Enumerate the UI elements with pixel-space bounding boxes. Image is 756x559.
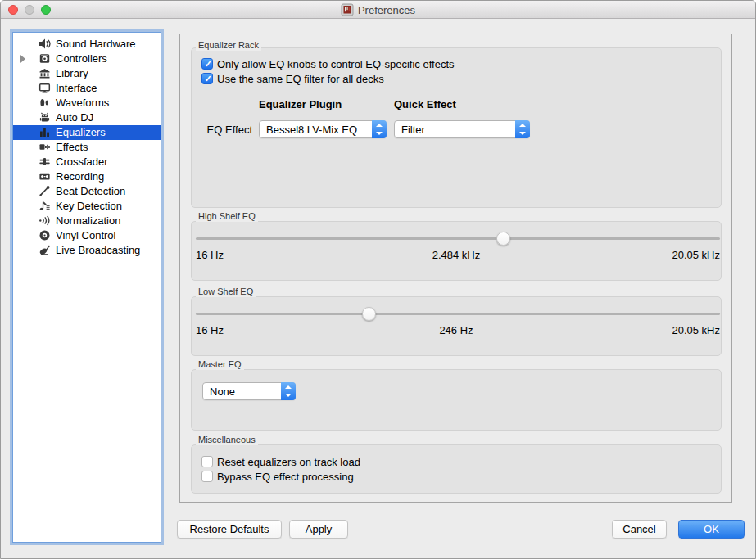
- sidebar-item-label: Controllers: [56, 52, 107, 65]
- group-title-miscellaneous: Miscellaneous: [196, 435, 258, 445]
- vinyl-icon: [38, 229, 51, 242]
- apply-button[interactable]: Apply: [289, 520, 348, 539]
- music-key-icon: [38, 200, 51, 213]
- sidebar-item-crossfader[interactable]: Crossfader: [13, 155, 161, 169]
- sidebar-item-normalization[interactable]: Normalization: [13, 214, 161, 228]
- satellite-icon: [38, 244, 51, 257]
- effects-icon: [38, 141, 51, 154]
- sidebar-item-label: Key Detection: [56, 200, 122, 212]
- sidebar-item-live-broadcasting[interactable]: Live Broadcasting: [13, 243, 161, 258]
- group-miscellaneous: [191, 444, 722, 494]
- sidebar-item-recording[interactable]: Recording: [13, 169, 161, 184]
- quick-effect-value: Filter: [395, 124, 515, 136]
- sidebar-item-sound-hardware[interactable]: Sound Hardware: [13, 37, 161, 52]
- slider-track[interactable]: [196, 237, 720, 240]
- sidebar-item-label: Crossfader: [56, 156, 108, 168]
- restore-defaults-button[interactable]: Restore Defaults: [177, 520, 282, 539]
- dropdown-arrows-icon: [372, 120, 387, 138]
- low-shelf-max-label: 20.05 kHz: [191, 324, 720, 336]
- sidebar-item-label: Normalization: [56, 214, 120, 227]
- group-title-equalizer-rack: Equalizer Rack: [196, 40, 261, 51]
- preferences-content-pane: Equalizer Rack Only allow EQ knobs to co…: [179, 34, 732, 503]
- sidebar-item-vinyl-control[interactable]: Vinyl Control: [13, 228, 161, 243]
- beat-icon: [38, 185, 51, 198]
- monitor-icon: [38, 82, 51, 95]
- checkbox-reset-equalizers-label: Reset equalizers on track load: [217, 456, 360, 468]
- high-shelf-eq-slider[interactable]: [196, 231, 720, 246]
- speaker-icon: [38, 38, 51, 51]
- slider-track[interactable]: [196, 313, 720, 315]
- dropdown-arrows-icon: [515, 120, 530, 138]
- sidebar-item-label: Vinyl Control: [56, 229, 115, 241]
- checkbox-bypass-eq[interactable]: [201, 471, 213, 482]
- sidebar-item-auto-dj[interactable]: Auto DJ: [13, 110, 161, 125]
- sidebar-item-label: Equalizers: [56, 126, 106, 138]
- sidebar-item-label: Beat Detection: [56, 185, 125, 197]
- equalizer-plugin-value: Bessel8 LV-Mix EQ: [260, 124, 372, 136]
- sidebar-item-effects[interactable]: Effects: [13, 140, 161, 155]
- checkbox-same-eq-filter[interactable]: [201, 73, 213, 84]
- sidebar-item-controllers[interactable]: Controllers: [13, 52, 161, 66]
- waveform-icon: [38, 97, 51, 110]
- equalizer-plugin-dropdown[interactable]: Bessel8 LV-Mix EQ: [259, 120, 387, 138]
- sidebar-item-equalizers[interactable]: Equalizers: [13, 125, 161, 140]
- sidebar-item-key-detection[interactable]: Key Detection: [13, 199, 161, 214]
- sidebar-item-label: Auto DJ: [56, 111, 93, 124]
- sidebar-item-beat-detection[interactable]: Beat Detection: [13, 184, 161, 199]
- bank-icon: [38, 67, 51, 80]
- dropdown-arrows-icon: [281, 382, 296, 400]
- column-header-quick-effect: Quick Effect: [394, 98, 456, 110]
- sidebar-item-label: Waveforms: [56, 97, 109, 109]
- sidebar-item-label: Recording: [56, 170, 104, 183]
- disclosure-triangle-icon[interactable]: [20, 55, 25, 63]
- equalizer-bars-icon: [38, 126, 51, 139]
- sidebar-item-label: Effects: [56, 141, 88, 153]
- high-shelf-max-label: 20.05 kHz: [191, 249, 720, 261]
- sidebar-item-waveforms[interactable]: Waveforms: [13, 96, 161, 110]
- quick-effect-dropdown[interactable]: Filter: [394, 120, 530, 138]
- group-title-high-shelf-eq: High Shelf EQ: [196, 211, 258, 222]
- sidebar-item-label: Sound Hardware: [56, 38, 136, 50]
- checkbox-same-eq-filter-label: Use the same EQ filter for all decks: [217, 73, 384, 85]
- checkbox-reset-equalizers[interactable]: [201, 456, 213, 467]
- sidebar-item-interface[interactable]: Interface: [13, 81, 161, 96]
- crossfader-icon: [38, 156, 51, 169]
- eq-effect-row-label: EQ Effect: [191, 124, 252, 136]
- high-shelf-eq-slider-handle[interactable]: [496, 232, 510, 246]
- checkbox-bypass-eq-label: Bypass EQ effect processing: [217, 471, 354, 483]
- sidebar-item-label: Live Broadcasting: [56, 244, 140, 256]
- master-eq-value: None: [203, 385, 281, 398]
- ok-button[interactable]: OK: [678, 520, 745, 539]
- group-title-low-shelf-eq: Low Shelf EQ: [196, 286, 256, 297]
- low-shelf-eq-slider[interactable]: [196, 306, 720, 321]
- titlebar: Preferences: [1, 1, 755, 19]
- sidebar-item-label: Interface: [56, 82, 97, 94]
- cancel-button[interactable]: Cancel: [612, 520, 667, 539]
- sidebar-item-label: Library: [56, 67, 88, 79]
- low-shelf-eq-slider-handle[interactable]: [362, 307, 376, 321]
- column-header-equalizer-plugin: Equalizer Plugin: [259, 98, 342, 110]
- window-title: Preferences: [358, 4, 415, 16]
- preferences-sidebar: Sound Hardware Controllers Library Inter…: [12, 32, 161, 543]
- checkbox-eq-knobs-only-label: Only allow EQ knobs to control EQ-specif…: [217, 58, 455, 70]
- master-eq-dropdown[interactable]: None: [202, 382, 296, 400]
- controller-icon: [38, 52, 51, 65]
- soundwave-icon: [38, 214, 51, 228]
- checkbox-eq-knobs-only[interactable]: [201, 58, 213, 70]
- sidebar-item-library[interactable]: Library: [13, 66, 161, 81]
- recorder-icon: [38, 170, 51, 183]
- robot-icon: [38, 111, 51, 124]
- preferences-app-icon: [341, 3, 354, 16]
- group-title-master-eq: Master EQ: [196, 359, 244, 370]
- preferences-window: Preferences Sound Hardware Controllers L…: [0, 0, 756, 559]
